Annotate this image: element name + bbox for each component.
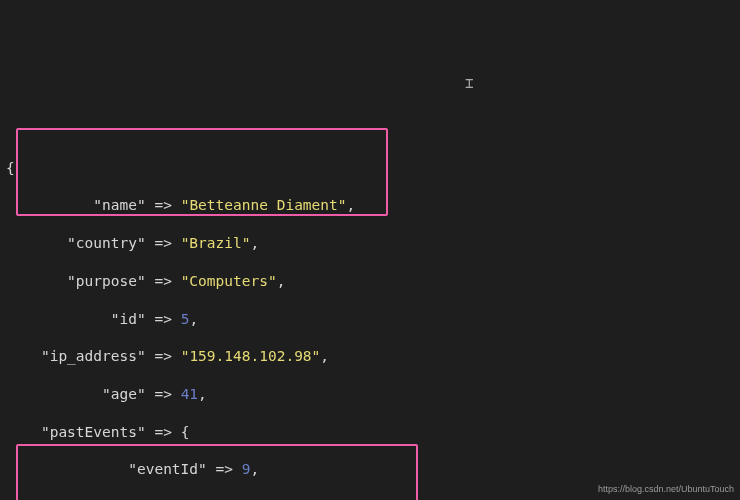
kv-line: "country" => "Brazil", <box>6 234 734 253</box>
text-cursor-icon: ⌶ <box>465 74 475 90</box>
watermark: https://blog.csdn.net/UbuntuTouch <box>598 484 734 496</box>
kv-line: "name" => "Betteanne Diament", <box>6 196 734 215</box>
kv-line: "age" => 41, <box>6 385 734 404</box>
brace-open: { <box>6 159 734 178</box>
kv-line: "purpose" => "Computers", <box>6 272 734 291</box>
kv-line: "id" => 5, <box>6 310 734 329</box>
kv-line: "eventId" => 9, <box>6 460 734 479</box>
kv-line: "ip_address" => "159.148.102.98", <box>6 347 734 366</box>
code-editor[interactable]: ⌶ { "name" => "Betteanne Diament", "coun… <box>0 0 740 500</box>
kv-line: "pastEvents" => { <box>6 423 734 442</box>
